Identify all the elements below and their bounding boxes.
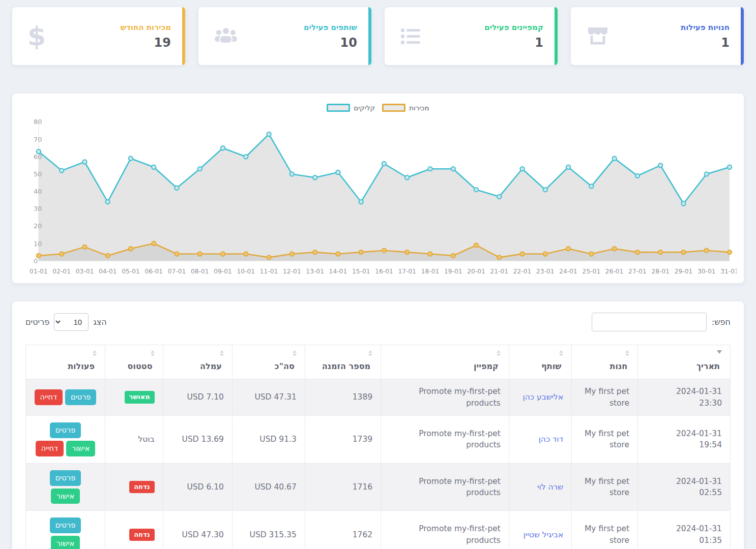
data-point[interactable] [681, 201, 685, 205]
column-header-partner[interactable]: שותף [509, 345, 571, 379]
data-point[interactable] [244, 155, 248, 159]
data-point[interactable] [175, 186, 179, 190]
data-point[interactable] [589, 184, 593, 188]
x-tick-label: 27-01 [628, 268, 647, 275]
data-point[interactable] [497, 195, 501, 199]
column-header-order[interactable]: מספר הזמנה [305, 345, 381, 379]
data-point[interactable] [658, 163, 662, 167]
data-point[interactable] [612, 157, 616, 161]
legend-item-clicks[interactable]: קליקים [327, 104, 375, 112]
data-point[interactable] [267, 255, 271, 259]
details-button[interactable]: פרטים [50, 517, 81, 533]
approve-button[interactable]: אישור [66, 441, 95, 456]
data-point[interactable] [60, 252, 64, 256]
data-point[interactable] [474, 243, 478, 247]
data-point[interactable] [82, 245, 86, 249]
data-point[interactable] [589, 252, 593, 256]
data-point[interactable] [106, 200, 110, 204]
column-header-status[interactable]: סטטוס [105, 345, 163, 379]
data-point[interactable] [612, 247, 616, 251]
data-point[interactable] [520, 167, 524, 171]
legend-item-sales[interactable]: מכירות [382, 104, 429, 112]
data-point[interactable] [451, 254, 455, 258]
partner-link[interactable]: דוד כהן [539, 434, 564, 445]
data-point[interactable] [543, 252, 547, 256]
data-point[interactable] [221, 252, 225, 256]
data-point[interactable] [405, 175, 409, 179]
partner-link[interactable]: שרה לוי [537, 481, 563, 493]
data-point[interactable] [635, 174, 639, 178]
store-name: My first pet store [583, 386, 629, 409]
data-point[interactable] [382, 162, 386, 166]
data-point[interactable] [267, 132, 271, 136]
data-point[interactable] [359, 250, 363, 254]
data-point[interactable] [221, 146, 225, 150]
column-header-total[interactable]: סה"כ [232, 345, 305, 379]
x-tick-label: 12-01 [283, 268, 301, 275]
data-point[interactable] [451, 167, 455, 171]
data-point[interactable] [359, 200, 363, 204]
data-point[interactable] [428, 167, 432, 171]
data-point[interactable] [290, 252, 294, 256]
partner-link[interactable]: אביגיל שטיין [524, 529, 564, 540]
data-point[interactable] [152, 165, 156, 169]
data-point[interactable] [705, 172, 709, 176]
details-button[interactable]: פרטים [50, 422, 81, 438]
data-point[interactable] [474, 188, 478, 192]
data-point[interactable] [175, 252, 179, 256]
data-point[interactable] [497, 255, 501, 259]
data-point[interactable] [244, 252, 248, 256]
column-header-campaign[interactable]: קמפיין [381, 345, 509, 379]
data-point[interactable] [313, 250, 317, 254]
data-point[interactable] [129, 157, 133, 161]
data-point[interactable] [382, 249, 386, 253]
data-point[interactable] [198, 167, 202, 171]
data-point[interactable] [198, 252, 202, 256]
data-point[interactable] [336, 170, 340, 174]
table-controls: חפש: הצג 10 פריטים [25, 313, 731, 331]
data-point[interactable] [681, 250, 685, 254]
data-point[interactable] [728, 250, 732, 254]
data-point[interactable] [658, 250, 662, 254]
reject-button[interactable]: דחייה [36, 441, 64, 456]
search-input[interactable] [592, 313, 707, 331]
column-header-date[interactable]: תאריך [638, 345, 731, 379]
column-header-store[interactable]: חנות [572, 345, 638, 379]
data-point[interactable] [290, 172, 294, 176]
campaign-name: Promote my-first-pet products [410, 386, 501, 409]
stat-card-active-campaigns: קמפיינים פעילים 1 [385, 7, 558, 65]
data-point[interactable] [705, 249, 709, 253]
x-tick-label: 21-01 [490, 268, 509, 275]
data-point[interactable] [82, 160, 86, 164]
data-point[interactable] [728, 165, 732, 169]
data-point[interactable] [566, 247, 570, 251]
sort-desc-icon [717, 350, 722, 354]
clicks-sales-chart-card: קליקים מכירות 0102030405060708001-0102-0… [12, 94, 744, 283]
reject-button[interactable]: דחייה [35, 389, 63, 405]
actions-cell: פרטיםדחייה [26, 379, 105, 416]
store-name: My first pet store [583, 428, 629, 451]
page-size-select[interactable]: 10 [54, 313, 89, 331]
data-point[interactable] [520, 252, 524, 256]
order-date-cell: 2024-01-3123:30 [638, 379, 731, 416]
data-point[interactable] [152, 241, 156, 246]
partner-link[interactable]: אלישבע כהן [523, 391, 564, 403]
campaign-cell: Promote my-first-pet products [381, 379, 509, 416]
data-point[interactable] [428, 252, 432, 256]
details-button[interactable]: פרטים [50, 470, 81, 486]
column-header-actions[interactable]: פעולות [26, 345, 105, 379]
data-point[interactable] [313, 175, 317, 179]
data-point[interactable] [106, 254, 110, 258]
column-header-commission[interactable]: עמלה [163, 345, 232, 379]
data-point[interactable] [566, 165, 570, 169]
approve-button[interactable]: אישור [51, 489, 80, 504]
details-button[interactable]: פרטים [65, 389, 97, 405]
campaigns-list-icon [400, 26, 421, 46]
data-point[interactable] [129, 247, 133, 251]
data-point[interactable] [60, 168, 64, 172]
data-point[interactable] [635, 250, 639, 254]
data-point[interactable] [336, 252, 340, 256]
approve-button[interactable]: אישור [51, 536, 80, 549]
data-point[interactable] [543, 188, 547, 192]
data-point[interactable] [405, 250, 409, 254]
